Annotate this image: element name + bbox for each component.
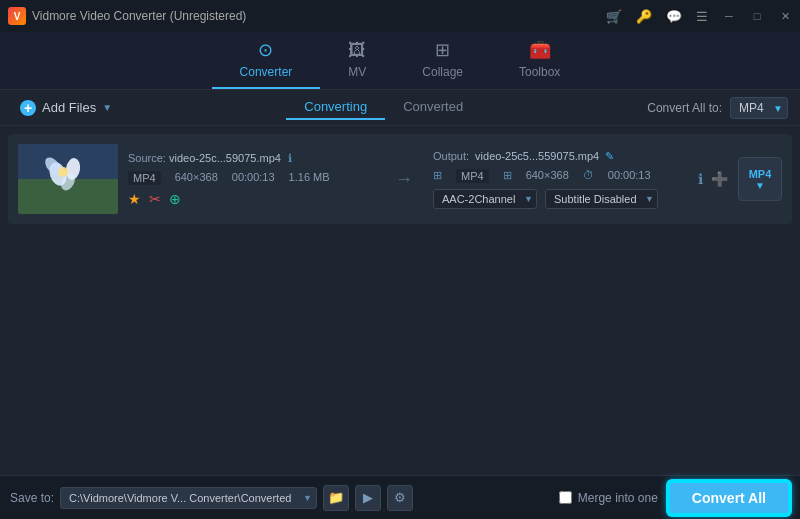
out-resolution: 640×368 <box>526 169 569 183</box>
path-select[interactable]: C:\Vidmore\Vidmore V... Converter\Conver… <box>60 487 317 509</box>
minimize-button[interactable]: ─ <box>722 9 736 23</box>
right-controls: Merge into one Convert All <box>559 481 790 515</box>
out-format-icon: ⊞ <box>433 169 442 183</box>
sub-tab-converting[interactable]: Converting <box>286 95 385 120</box>
out-format: MP4 <box>456 169 489 183</box>
file-actions: ★ ✂ ⊕ <box>128 191 375 207</box>
cut-icon[interactable]: ✂ <box>149 191 161 207</box>
svg-point-6 <box>58 167 68 177</box>
merge-into-one-label: Merge into one <box>578 491 658 505</box>
key-icon[interactable]: 🔑 <box>636 9 652 24</box>
nav-tab-mv[interactable]: 🖼 MV <box>320 32 394 89</box>
out-duration: 00:00:13 <box>608 169 651 183</box>
converter-icon: ⊙ <box>258 39 273 61</box>
sub-tabs: Converting Converted <box>286 95 481 120</box>
play-icon[interactable]: ▶ <box>355 485 381 511</box>
format-icon-label: MP4 <box>749 168 772 180</box>
meta-format: MP4 <box>128 171 161 185</box>
bottom-bar: Save to: C:\Vidmore\Vidmore V... Convert… <box>0 475 800 519</box>
path-select-wrapper: C:\Vidmore\Vidmore V... Converter\Conver… <box>60 487 317 509</box>
mv-icon: 🖼 <box>348 40 366 61</box>
output-name: video-25c5...559075.mp4 <box>475 150 599 162</box>
subtitle-select[interactable]: Subtitle Disabled Enable Subtitle <box>545 189 658 209</box>
file-item: Source: video-25c...59075.mp4 ℹ MP4 640×… <box>8 134 792 224</box>
output-row: Output: video-25c5...559075.mp4 ✎ <box>433 150 680 163</box>
output-section: Output: video-25c5...559075.mp4 ✎ ⊞ MP4 … <box>433 150 680 209</box>
title-bar-left: V Vidmore Video Converter (Unregistered) <box>8 7 246 25</box>
info-output-icon[interactable]: ℹ <box>698 171 703 187</box>
nav-bar: ⊙ Converter 🖼 MV ⊞ Collage 🧰 Toolbox <box>0 32 800 90</box>
meta-resolution: 640×368 <box>175 171 218 185</box>
sub-tab-converted[interactable]: Converted <box>385 95 481 120</box>
source-name: video-25c...59075.mp4 <box>169 152 281 164</box>
info-icon[interactable]: ℹ <box>288 152 292 164</box>
source-row: Source: video-25c...59075.mp4 ℹ <box>128 152 375 165</box>
add-icon: + <box>20 100 36 116</box>
save-to-label: Save to: <box>10 491 54 505</box>
folder-icon[interactable]: 📁 <box>323 485 349 511</box>
format-icon-dropdown-arrow: ▼ <box>755 180 765 191</box>
subtitle-select-wrapper: Subtitle Disabled Enable Subtitle ▼ <box>545 189 658 209</box>
save-to-section: Save to: C:\Vidmore\Vidmore V... Convert… <box>10 485 413 511</box>
chat-icon[interactable]: 💬 <box>666 9 682 24</box>
title-bar-title: Vidmore Video Converter (Unregistered) <box>32 9 246 23</box>
bottom-icons: 📁 ▶ ⚙ <box>323 485 413 511</box>
nav-tab-converter-label: Converter <box>240 65 293 79</box>
nav-tab-toolbox-label: Toolbox <box>519 65 560 79</box>
add-files-button[interactable]: + Add Files ▼ <box>12 96 120 120</box>
output-dropdowns: AAC-2Channel AAC-5.1 MP3 ▼ Subtitle Disa… <box>433 189 680 209</box>
main-content: Source: video-25c...59075.mp4 ℹ MP4 640×… <box>0 126 800 475</box>
output-label: Output: <box>433 150 469 162</box>
thumb-flower <box>18 144 118 214</box>
meta-size: 1.16 MB <box>289 171 330 185</box>
nav-tab-collage[interactable]: ⊞ Collage <box>394 31 491 89</box>
audio-select-wrapper: AAC-2Channel AAC-5.1 MP3 ▼ <box>433 189 537 209</box>
collage-icon: ⊞ <box>435 39 450 61</box>
convert-all-button[interactable]: Convert All <box>668 481 790 515</box>
nav-tab-mv-label: MV <box>348 65 366 79</box>
shopping-cart-icon[interactable]: 🛒 <box>606 9 622 24</box>
file-meta-row: MP4 640×368 00:00:13 1.16 MB <box>128 171 375 185</box>
convert-all-to-section: Convert All to: MP4 MKV AVI MOV ▼ <box>647 97 788 119</box>
audio-select[interactable]: AAC-2Channel AAC-5.1 MP3 <box>433 189 537 209</box>
add-output-icon[interactable]: ➕ <box>711 171 728 187</box>
hamburger-menu-icon[interactable]: ☰ <box>696 9 708 24</box>
out-duration-icon: ⏱ <box>583 169 594 183</box>
settings-icon[interactable]: ⚙ <box>387 485 413 511</box>
output-meta: ⊞ MP4 ⊞ 640×368 ⏱ 00:00:13 <box>433 169 680 183</box>
close-button[interactable]: ✕ <box>778 9 792 23</box>
edit-icon[interactable]: ✎ <box>605 150 614 163</box>
source-label: Source: <box>128 152 166 164</box>
toolbar: + Add Files ▼ Converting Converted Conve… <box>0 90 800 126</box>
file-thumbnail <box>18 144 118 214</box>
toolbox-icon: 🧰 <box>529 39 551 61</box>
file-info-left: Source: video-25c...59075.mp4 ℹ MP4 640×… <box>128 152 375 207</box>
convert-all-to-label: Convert All to: <box>647 101 722 115</box>
add-files-label: Add Files <box>42 100 96 115</box>
format-select-wrapper: MP4 MKV AVI MOV ▼ <box>730 97 788 119</box>
star-icon[interactable]: ★ <box>128 191 141 207</box>
add-files-dropdown-arrow[interactable]: ▼ <box>102 102 112 113</box>
nav-tab-toolbox[interactable]: 🧰 Toolbox <box>491 31 588 89</box>
title-bar: V Vidmore Video Converter (Unregistered)… <box>0 0 800 32</box>
effect-icon[interactable]: ⊕ <box>169 191 181 207</box>
nav-tab-converter[interactable]: ⊙ Converter <box>212 31 321 89</box>
app-logo: V <box>8 7 26 25</box>
merge-checkbox-area: Merge into one <box>559 491 658 505</box>
meta-duration: 00:00:13 <box>232 171 275 185</box>
format-icon-box[interactable]: MP4 ▼ <box>738 157 782 201</box>
out-resolution-icon: ⊞ <box>503 169 512 183</box>
nav-tab-collage-label: Collage <box>422 65 463 79</box>
merge-into-one-checkbox[interactable] <box>559 491 572 504</box>
output-actions: ℹ ➕ <box>698 171 728 187</box>
maximize-button[interactable]: □ <box>750 9 764 23</box>
arrow-col: → <box>385 169 423 190</box>
title-bar-right: 🛒 🔑 💬 ☰ ─ □ ✕ <box>606 9 792 24</box>
format-select[interactable]: MP4 MKV AVI MOV <box>730 97 788 119</box>
